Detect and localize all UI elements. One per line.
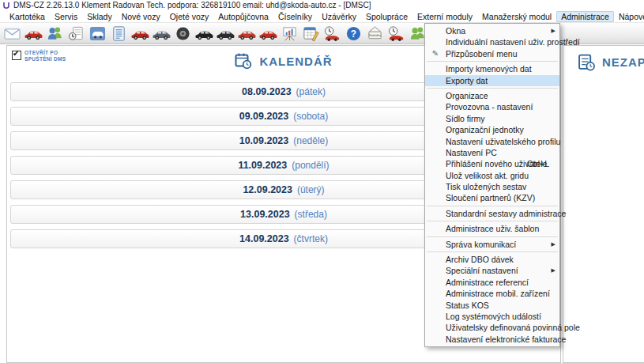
calendar-date: 14.09.2023	[239, 233, 289, 244]
dropdown-menu-item[interactable]: ✎ Tisk uložených sestav ▶	[425, 181, 559, 192]
calendar-weekday: (pondělí)	[292, 160, 329, 171]
menubar-item[interactable]: Manažerský modul	[477, 11, 556, 22]
menubar-item[interactable]: Číselníky	[273, 11, 317, 22]
menu-item-label: Tisk uložených sestav	[446, 182, 526, 191]
dropdown-menu-item[interactable]: ✎ Log systémových událostí ▶	[425, 311, 559, 322]
menu-item-label: Uživatelsky definovaná povinná pole	[446, 323, 580, 332]
dropdown-menu-item[interactable]: ✎ Ulož velikost akt. gridu ▶	[425, 170, 559, 181]
help-icon[interactable]	[344, 24, 363, 43]
car-clock-icon[interactable]	[386, 24, 406, 43]
dropdown-menu-item[interactable]: ✎ ▶	[427, 251, 558, 252]
calendar-weekday: (pátek)	[296, 86, 326, 97]
clock-car-person-icon[interactable]	[322, 24, 342, 43]
dropdown-menu-item[interactable]: ✎ Individuální nastavení uživ. prostředí…	[425, 36, 559, 47]
menubar-item[interactable]: Servis	[50, 11, 82, 22]
menu-bar: Kartotéka Servis Sklady Nové vozy Ojeté …	[0, 10, 644, 22]
calendar-weekday: (sobota)	[293, 111, 328, 122]
dropdown-menu-item[interactable]: ✎ Archiv DBO dávek ▶	[425, 254, 559, 265]
mail-icon[interactable]	[2, 24, 22, 43]
menubar-item[interactable]: Uzávěrky	[317, 11, 361, 22]
dropdown-menu-item[interactable]: ✎ Nastavení uživatelského profilu ▶	[425, 136, 559, 147]
menu-item-label: Administrace mobil. zařízení	[446, 289, 550, 298]
submenu-arrow-icon: ▶	[552, 265, 555, 276]
menubar-item[interactable]: Administrace	[556, 11, 614, 22]
calendar-weekday: (úterý)	[297, 184, 325, 195]
black-car-2-icon[interactable]	[216, 24, 235, 43]
van-icon[interactable]	[88, 24, 107, 43]
users-icon[interactable]	[45, 24, 65, 43]
tire-icon[interactable]	[173, 24, 193, 43]
dropdown-menu-item[interactable]: ✎ Administrace referencí ▶	[425, 277, 559, 288]
menu-item-label: Administrace uživ. šablon	[446, 224, 539, 233]
menu-item-label: Provozovna - nastavení	[446, 102, 533, 112]
car-calculator-icon[interactable]	[237, 24, 257, 43]
dropdown-menu-item[interactable]: ✎ Sloučení partnerů (KZV) ▶	[425, 192, 559, 203]
menu-item-label: Standardní sestavy administrace	[446, 209, 566, 218]
clipboard-clock-icon	[578, 53, 596, 71]
menu-item-label: Individuální nastavení uživ. prostředí	[446, 37, 580, 47]
red-car-icon[interactable]	[24, 24, 43, 43]
dropdown-menu-item[interactable]: ✎ ▶	[427, 221, 558, 221]
unpaid-title: NEZAPL	[602, 55, 644, 69]
menubar-item[interactable]: Spolupráce	[361, 11, 412, 22]
offer-sign-icon[interactable]	[365, 24, 385, 43]
calendar-edit-icon[interactable]	[301, 24, 321, 43]
menu-item-label: Archiv DBO dávek	[446, 255, 514, 264]
dropdown-menu-item[interactable]: ✎ Administrace mobil. zařízení ▶	[425, 288, 559, 299]
dropdown-menu-item[interactable]: ✎ ▶	[427, 206, 558, 206]
dropdown-menu-item[interactable]: ✎ Provozovna - nastavení ▶	[425, 101, 559, 112]
dropdown-menu-item[interactable]: ✎ Sídlo firmy ▶	[425, 113, 559, 124]
menu-item-label: Organizace	[446, 91, 488, 100]
menubar-item[interactable]: Ojeté vozy	[165, 11, 214, 22]
calendar-date: 11.09.2023	[238, 160, 287, 171]
calendar-date: 10.09.2023	[239, 135, 289, 146]
dropdown-menu-item[interactable]: ✎ Nastavení PC ▶	[425, 147, 559, 158]
dropdown-menu-item[interactable]: ✎ Okna ▶	[425, 25, 559, 36]
gray-car-icon[interactable]	[152, 24, 171, 43]
dropdown-menu-item[interactable]: ✎ Exporty dat ▶	[425, 75, 559, 86]
list-document-icon[interactable]	[109, 24, 129, 43]
document-clock-icon[interactable]	[66, 24, 86, 43]
dropdown-menu-item[interactable]: ✎ Importy kmenových dat ▶	[425, 63, 559, 74]
black-car-icon[interactable]	[194, 24, 214, 43]
menu-item-label: Okna	[446, 26, 465, 36]
menubar-item[interactable]: Nápověda	[614, 11, 644, 22]
calendar-date: 12.09.2023	[243, 184, 292, 195]
menu-item-label: Status KOS	[446, 301, 489, 310]
menu-item-label: Speciální nastavení	[446, 266, 518, 275]
submenu-arrow-icon: ▶	[552, 239, 555, 250]
submenu-arrow-icon: ▶	[552, 25, 555, 36]
menu-item-label: Nastavení PC	[446, 148, 497, 157]
dropdown-menu-item[interactable]: ✎ Standardní sestavy administrace ▶	[425, 208, 559, 219]
calendar-date: 09.09.2023	[239, 111, 289, 122]
menubar-item[interactable]: Nové vozy	[117, 11, 165, 22]
dropdown-menu-item[interactable]: ✎ Speciální nastavení ▶	[425, 265, 559, 276]
calendar-weekday: (středa)	[295, 209, 327, 220]
dropdown-menu-item[interactable]: ✎ Přizpůsobení menu ▶	[425, 48, 559, 59]
menubar-item[interactable]: Externí moduly	[412, 11, 477, 22]
dropdown-menu-item[interactable]: ✎ ▶	[427, 88, 558, 89]
menubar-item[interactable]: Sklady	[82, 11, 117, 22]
chart-board-icon[interactable]	[280, 24, 299, 43]
title-bar: DMS-CZ 2.26.13.0 Klement Radovan Tech. p…	[0, 0, 644, 10]
dropdown-menu-item[interactable]: ✎ Uživatelsky definovaná povinná pole ▶	[425, 322, 559, 333]
dropdown-menu-item[interactable]: ✎ Správa komunikací ▶	[425, 239, 559, 250]
dropdown-menu-item[interactable]: ✎ ▶	[427, 61, 558, 62]
dropdown-menu-item[interactable]: ✎ Organizační jednotky ▶	[425, 124, 559, 135]
menu-item-label: Sídlo firmy	[446, 114, 485, 123]
calendar-date: 13.09.2023	[240, 209, 290, 220]
dropdown-menu-item[interactable]: ✎ Organizace ▶	[425, 90, 559, 101]
menu-item-label: Importy kmenových dat	[446, 64, 532, 74]
dropdown-menu-item[interactable]: ✎ ▶	[427, 236, 558, 237]
menu-item-label: Log systémových událostí	[446, 312, 541, 321]
menu-item-label: Nastavení elektronické fakturace	[446, 335, 566, 344]
menubar-item[interactable]: Autopůjčovna	[213, 11, 273, 22]
dropdown-menu-item[interactable]: ✎ Status KOS ▶	[425, 300, 559, 311]
red-car-2-icon[interactable]	[258, 24, 278, 43]
menubar-item[interactable]: Kartotéka	[5, 11, 50, 22]
car-search-icon[interactable]	[130, 24, 150, 43]
menu-item-label: Administrace referencí	[446, 278, 529, 287]
dropdown-menu-item[interactable]: ✎ Administrace uživ. šablon ▶	[425, 223, 559, 234]
dropdown-menu-item[interactable]: ✎ Nastavení elektronické fakturace ▶	[425, 334, 559, 345]
dropdown-menu-item[interactable]: ✎ Přihlášení nového uživatele Ctrl+L ▶	[425, 158, 559, 169]
